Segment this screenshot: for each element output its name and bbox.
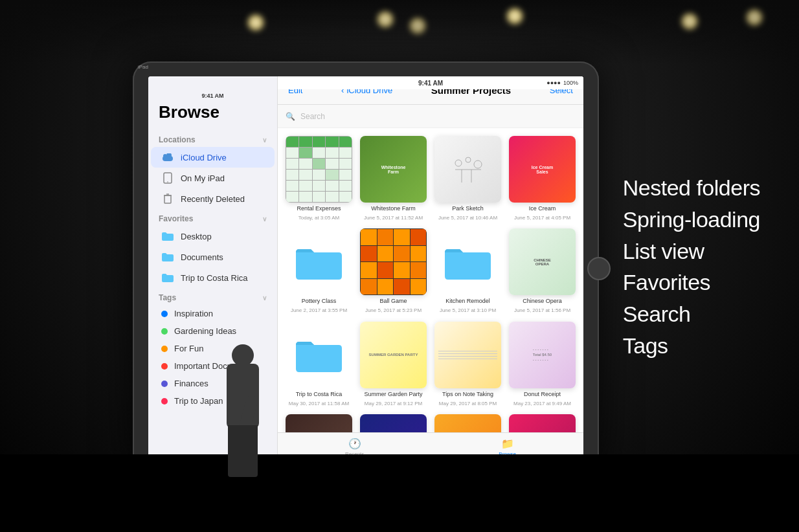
feature-search: Search bbox=[623, 301, 760, 327]
tab-browse[interactable]: 📁 Browse bbox=[499, 438, 516, 457]
ipad-label: iPad bbox=[138, 64, 148, 70]
file-grid: Rental Expenses Today, at 3:05 AM Whites… bbox=[278, 128, 583, 432]
tag-dot-finances bbox=[161, 381, 168, 387]
file-date-2: June 5, 2017 at 10:46 AM bbox=[438, 215, 497, 221]
locations-section-header: Locations ∨ bbox=[148, 130, 277, 147]
tags-arrow: ∨ bbox=[262, 294, 267, 302]
svg-point-4 bbox=[167, 181, 168, 183]
feature-spring-loading: Spring-loading bbox=[623, 206, 760, 233]
file-thumbnail-ice-cream: Ice CreamSales bbox=[509, 136, 576, 203]
file-thumbnail-pink: 🌸 bbox=[509, 414, 576, 432]
file-thumbnail-summer: SUMMER GARDEN PARTY bbox=[360, 322, 427, 388]
file-item-ball-game[interactable]: Ball Game June 5, 2017 at 5:23 PM bbox=[360, 228, 427, 313]
file-thumbnail-sketch bbox=[434, 136, 501, 203]
features-list: Nested folders Spring-loading List view … bbox=[623, 175, 760, 359]
file-thumbnail-ball-game bbox=[360, 228, 427, 295]
file-thumbnail-yellow: ☀️ bbox=[434, 414, 501, 432]
favorites-section-header: Favorites ∨ bbox=[148, 209, 277, 226]
search-bar[interactable]: 🔍 Search bbox=[278, 105, 583, 128]
file-item-photo-2[interactable]: 🎨 bbox=[360, 414, 427, 432]
ceiling-light-2 bbox=[376, 10, 395, 29]
tags-section-header: Tags ∨ bbox=[148, 288, 277, 305]
presenter-head bbox=[232, 344, 254, 366]
svg-point-1 bbox=[163, 154, 167, 158]
tag-dot-inspiration bbox=[161, 311, 168, 317]
file-name-7: Chinese Opera bbox=[523, 298, 562, 305]
file-item-kitchen-remodel[interactable]: Kitchen Remodel June 5, 2017 at 3:10 PM bbox=[434, 228, 501, 313]
ipad-frame: iPad 9:41 AM Browse Locations ∨ iCloud D bbox=[133, 61, 599, 476]
sidebar-item-icloud-drive[interactable]: iCloud Drive bbox=[151, 147, 275, 168]
home-button[interactable] bbox=[587, 257, 611, 280]
file-name-10: Tips on Note Taking bbox=[442, 391, 493, 398]
folder-icon-desktop bbox=[161, 230, 174, 243]
file-thumbnail-spreadsheet bbox=[286, 136, 352, 203]
sidebar-item-trip-costa-rica[interactable]: Trip to Costa Rica bbox=[151, 267, 275, 288]
presenter-legs bbox=[228, 425, 258, 477]
status-battery: 100% bbox=[563, 80, 578, 86]
tag-dot-for-fun bbox=[161, 346, 168, 352]
sidebar-item-on-my-ipad[interactable]: On My iPad bbox=[151, 168, 275, 188]
trash-icon bbox=[161, 192, 174, 205]
file-item-photo-4[interactable]: 🌸 bbox=[509, 414, 576, 432]
main-content: 9:41 AM ●●●● 100% Edit ‹ iCloud Drive Su… bbox=[278, 76, 583, 461]
file-name-3: Ice Cream bbox=[529, 205, 556, 212]
file-item-chinese-opera[interactable]: CHINESEOPERA Chinese Opera June 5, 2017 … bbox=[509, 228, 576, 313]
file-thumbnail-donut: - - - - - - - Total $4.50 - - - - - - - bbox=[509, 322, 576, 388]
file-date-0: Today, at 3:05 AM bbox=[298, 215, 339, 221]
file-item-pottery-class[interactable]: Pottery Class June 2, 2017 at 3:55 PM bbox=[286, 228, 352, 313]
recents-icon: 🕐 bbox=[348, 438, 361, 450]
file-name-0: Rental Expenses bbox=[297, 205, 341, 212]
file-date-1: June 5, 2017 at 11:52 AM bbox=[364, 215, 423, 221]
status-bar-sidebar: 9:41 AM bbox=[148, 89, 277, 102]
feature-tags: Tags bbox=[623, 333, 760, 359]
file-date-10: May 29, 2017 at 8:05 PM bbox=[439, 401, 497, 407]
sidebar-item-inspiration[interactable]: Inspiration bbox=[151, 305, 275, 322]
file-item-photo-1[interactable]: 🎭 bbox=[286, 414, 352, 432]
status-signal: ●●●● bbox=[546, 80, 561, 86]
file-name-4: Pottery Class bbox=[302, 298, 337, 305]
sidebar-item-desktop[interactable]: Desktop bbox=[151, 226, 275, 247]
file-item-donut-receipt[interactable]: - - - - - - - Total $4.50 - - - - - - - … bbox=[509, 322, 576, 406]
file-item-trip-costa-rica[interactable]: Trip to Costa Rica May 30, 2017 at 11:58… bbox=[286, 322, 352, 406]
browse-icon: 📁 bbox=[501, 438, 514, 450]
file-item-park-sketch[interactable]: Park Sketch June 5, 2017 at 10:46 AM bbox=[434, 136, 501, 221]
presenter-figure bbox=[220, 344, 265, 474]
file-item-whitestone-farm[interactable]: WhitestoneFarm Whitestone Farm June 5, 2… bbox=[360, 136, 427, 221]
favorites-arrow: ∨ bbox=[262, 216, 267, 223]
icloud-icon bbox=[161, 151, 174, 164]
file-thumbnail-folder-costa-rica bbox=[286, 322, 352, 388]
file-name-8: Trip to Costa Rica bbox=[296, 391, 343, 398]
ceiling-light-3 bbox=[408, 16, 427, 36]
status-bar: 9:41 AM ●●●● 100% bbox=[278, 76, 583, 89]
file-item-tips-note-taking[interactable]: Tips on Note Taking May 29, 2017 at 8:05… bbox=[434, 322, 501, 406]
presenter-body bbox=[227, 364, 259, 428]
folder-icon-documents bbox=[161, 250, 174, 263]
tag-dot-trip-japan bbox=[161, 398, 168, 405]
ceiling bbox=[0, 0, 799, 65]
tag-dot-gardening bbox=[161, 328, 168, 335]
audience-silhouette bbox=[0, 454, 799, 532]
feature-favorites: Favorites bbox=[623, 269, 760, 296]
folder-icon-trip bbox=[161, 271, 174, 284]
ceiling-light-6 bbox=[745, 8, 764, 27]
file-item-photo-3[interactable]: ☀️ bbox=[434, 414, 501, 432]
sidebar-item-recently-deleted[interactable]: Recently Deleted bbox=[151, 188, 275, 209]
file-item-summer-garden-party[interactable]: SUMMER GARDEN PARTY Summer Garden Party … bbox=[360, 322, 427, 406]
svg-point-8 bbox=[455, 160, 462, 166]
sidebar-item-gardening[interactable]: Gardening Ideas bbox=[151, 322, 275, 340]
svg-rect-5 bbox=[164, 195, 171, 203]
search-icon: 🔍 bbox=[286, 112, 295, 121]
locations-arrow: ∨ bbox=[262, 137, 267, 144]
file-name-9: Summer Garden Party bbox=[364, 391, 422, 398]
file-date-5: June 5, 2017 at 5:23 PM bbox=[365, 307, 422, 314]
tab-recents[interactable]: 🕐 Recents bbox=[345, 438, 364, 457]
sidebar-title: Browse bbox=[148, 102, 277, 130]
status-time: 9:41 AM bbox=[418, 80, 443, 87]
ceiling-light-4 bbox=[505, 6, 524, 26]
sidebar-item-documents[interactable]: Documents bbox=[151, 247, 275, 267]
file-item-ice-cream[interactable]: Ice CreamSales Ice Cream June 5, 2017 at… bbox=[509, 136, 576, 221]
ipad-device-icon bbox=[161, 172, 174, 184]
file-thumbnail-farm: WhitestoneFarm bbox=[360, 136, 427, 203]
file-thumbnail-colorful: 🎨 bbox=[360, 414, 427, 432]
file-item-rental-expenses[interactable]: Rental Expenses Today, at 3:05 AM bbox=[286, 136, 352, 221]
